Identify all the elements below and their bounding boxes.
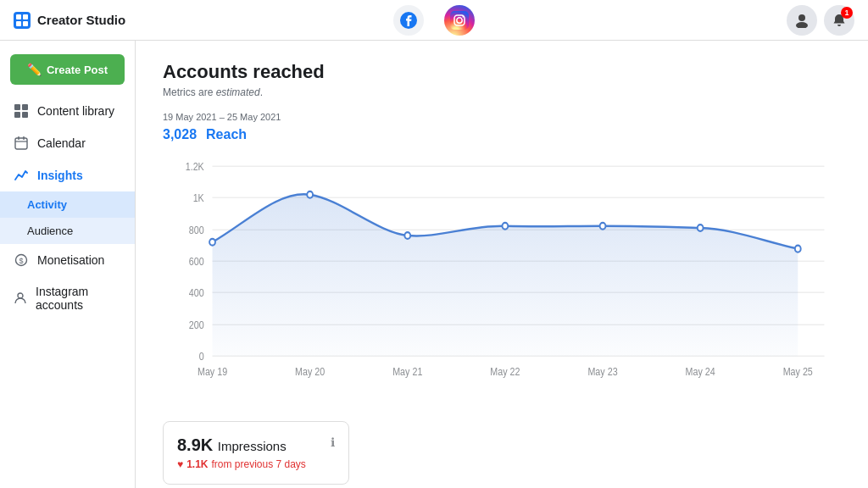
instagram-accounts-icon: [14, 291, 27, 306]
subtitle-prefix: Metrics are: [163, 86, 216, 98]
monetisation-icon: $: [14, 252, 29, 268]
main-layout: ✏️ Create Post Content library Calendar …: [0, 41, 868, 488]
svg-rect-1: [23, 14, 28, 19]
svg-text:600: 600: [189, 256, 204, 267]
app-header: Creator Studio: [0, 0, 868, 41]
reach-number: 3,028: [163, 127, 197, 141]
facebook-platform-btn[interactable]: [393, 5, 424, 36]
impressions-change: ♥ 1.1K from previous 7 days: [177, 458, 306, 470]
svg-text:May 19: May 19: [198, 366, 227, 377]
calendar-label: Calendar: [37, 136, 86, 150]
svg-point-48: [795, 246, 801, 252]
subtitle-suffix: .: [260, 86, 263, 98]
svg-rect-4: [450, 11, 469, 30]
impressions-change-value: 1.1K: [186, 458, 208, 470]
svg-rect-11: [22, 104, 28, 110]
svg-point-44: [404, 232, 410, 239]
svg-rect-12: [14, 112, 20, 118]
sidebar-item-content-library[interactable]: Content library: [0, 95, 135, 127]
content-library-icon: [14, 103, 29, 119]
app-title: Creator Studio: [37, 13, 125, 27]
main-content: Accounts reached Metrics are estimated. …: [136, 41, 868, 488]
svg-text:May 22: May 22: [490, 366, 520, 377]
user-avatar-btn[interactable]: [787, 5, 817, 36]
accounts-reached-section: Accounts reached Metrics are estimated. …: [163, 61, 841, 394]
impressions-value: 8.9K Impressions: [177, 435, 306, 455]
reach-chart-container: 1.2K 1K 800 600 400 200 0: [163, 157, 841, 394]
impressions-card: 8.9K Impressions ♥ 1.1K from previous 7 …: [163, 421, 349, 485]
reach-label: Reach: [206, 127, 247, 141]
instagram-accounts-label: Instagram accounts: [36, 285, 121, 312]
calendar-icon: [14, 136, 29, 151]
svg-point-9: [796, 22, 808, 28]
svg-text:May 24: May 24: [686, 366, 716, 377]
svg-rect-2: [16, 21, 21, 26]
reach-value-display: 3,028 Reach: [163, 125, 841, 143]
notifications-btn[interactable]: 1: [824, 5, 854, 36]
svg-text:May 23: May 23: [587, 366, 617, 377]
svg-point-8: [798, 14, 805, 21]
monetisation-label: Monetisation: [37, 253, 104, 267]
activity-label: Activity: [27, 198, 67, 211]
svg-rect-14: [15, 138, 27, 149]
svg-text:800: 800: [189, 225, 204, 236]
date-range-label: 19 May 2021 – 25 May 2021: [163, 112, 841, 122]
impressions-card-header: 8.9K Impressions ♥ 1.1K from previous 7 …: [177, 435, 335, 470]
accounts-reached-title: Accounts reached: [163, 61, 841, 83]
notification-badge: 1: [841, 7, 853, 19]
accounts-reached-subtitle: Metrics are estimated.: [163, 86, 841, 98]
header-right-controls: 1: [787, 5, 854, 36]
impressions-info-button[interactable]: ℹ: [331, 435, 335, 449]
insights-icon: [14, 168, 29, 183]
metric-cards-row: 8.9K Impressions ♥ 1.1K from previous 7 …: [163, 421, 841, 485]
heart-icon: ♥: [177, 458, 183, 470]
logo-icon: [14, 12, 31, 29]
insights-label: Insights: [37, 169, 83, 182]
svg-point-46: [600, 223, 606, 230]
svg-text:200: 200: [189, 319, 204, 330]
audience-label: Audience: [27, 225, 73, 237]
svg-text:1K: 1K: [193, 192, 204, 203]
insights-submenu: Activity Audience: [0, 191, 135, 244]
sidebar-subitem-activity[interactable]: Activity: [0, 191, 135, 218]
subtitle-em: estimated: [216, 86, 260, 98]
svg-point-7: [462, 15, 464, 17]
platform-switcher: [393, 5, 475, 36]
svg-rect-0: [16, 14, 21, 19]
create-post-label: Create Post: [47, 64, 108, 76]
svg-point-45: [502, 223, 508, 230]
svg-text:$: $: [19, 257, 23, 265]
create-post-icon: ✏️: [27, 63, 42, 76]
sidebar-item-instagram-accounts[interactable]: Instagram accounts: [0, 276, 135, 320]
svg-rect-10: [14, 104, 20, 110]
svg-text:May 25: May 25: [783, 366, 813, 377]
sidebar-item-calendar[interactable]: Calendar: [0, 127, 135, 159]
sidebar-item-insights[interactable]: Insights: [0, 159, 135, 191]
sidebar-item-monetisation[interactable]: $ Monetisation: [0, 244, 135, 276]
svg-text:400: 400: [189, 287, 204, 298]
svg-rect-13: [22, 112, 28, 118]
svg-point-42: [209, 239, 215, 246]
sidebar: ✏️ Create Post Content library Calendar …: [0, 41, 136, 488]
content-inner: Accounts reached Metrics are estimated. …: [136, 41, 868, 488]
sidebar-subitem-audience[interactable]: Audience: [0, 218, 135, 244]
svg-text:0: 0: [199, 351, 204, 362]
create-post-button[interactable]: ✏️ Create Post: [10, 54, 125, 85]
instagram-platform-btn[interactable]: [444, 5, 475, 36]
reach-chart-svg: 1.2K 1K 800 600 400 200 0: [163, 157, 841, 394]
svg-rect-3: [23, 21, 28, 26]
svg-text:1.2K: 1.2K: [186, 161, 204, 172]
app-logo: Creator Studio: [14, 12, 125, 29]
svg-text:May 20: May 20: [295, 366, 325, 377]
svg-point-20: [18, 293, 23, 298]
impressions-change-text: from previous 7 days: [211, 458, 305, 470]
impressions-value-label: 8.9K Impressions ♥ 1.1K from previous 7 …: [177, 435, 306, 470]
svg-text:May 21: May 21: [392, 366, 422, 377]
content-library-label: Content library: [37, 104, 114, 118]
svg-point-47: [698, 225, 704, 231]
svg-point-43: [307, 191, 313, 198]
